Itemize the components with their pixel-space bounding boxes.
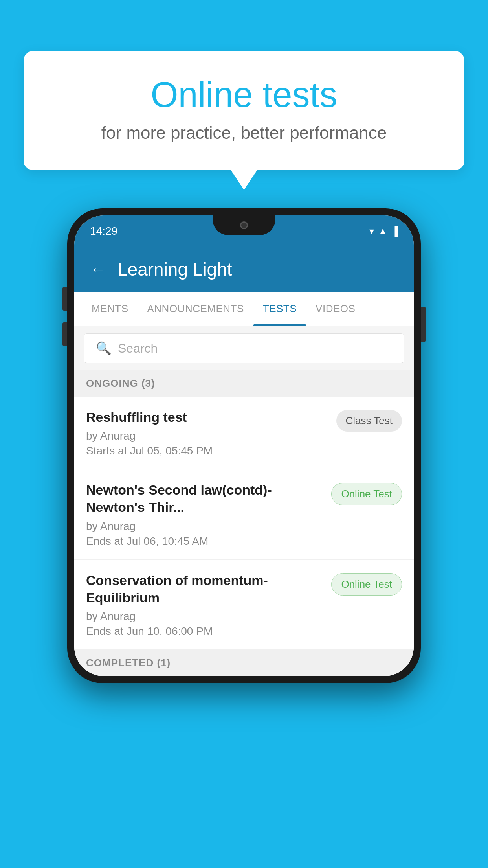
speech-bubble: Online tests for more practice, better p… <box>24 51 464 170</box>
test-badge-online-conservation: Online Test <box>331 573 402 596</box>
status-time: 14:29 <box>90 225 117 237</box>
phone-screen: 14:29 ▾ ▲ ▐ ← Learning Light MENTS <box>74 215 414 676</box>
test-item-left: Reshuffling test by Anurag Starts at Jul… <box>86 408 336 457</box>
phone-device: 14:29 ▾ ▲ ▐ ← Learning Light MENTS <box>67 208 421 683</box>
power-button <box>421 307 426 342</box>
tab-announcements[interactable]: ANNOUNCEMENTS <box>138 292 253 326</box>
speech-bubble-title: Online tests <box>55 75 433 115</box>
test-item-left-conservation: Conservation of momentum-Equilibrium by … <box>86 572 331 638</box>
app-header: ← Learning Light <box>74 247 414 292</box>
test-item-left-newton: Newton's Second law(contd)-Newton's Thir… <box>86 481 331 547</box>
ongoing-section-header: ONGOING (3) <box>74 370 414 397</box>
speech-bubble-subtitle: for more practice, better performance <box>55 123 433 143</box>
completed-label: COMPLETED (1) <box>86 657 171 669</box>
tab-videos[interactable]: VIDEOS <box>306 292 365 326</box>
test-badge-class: Class Test <box>336 410 402 432</box>
test-by-newton: by Anurag <box>86 520 323 533</box>
test-item-newton[interactable]: Newton's Second law(contd)-Newton's Thir… <box>74 469 414 559</box>
status-icons: ▾ ▲ ▐ <box>369 226 398 237</box>
camera <box>240 221 248 229</box>
test-item-reshuffling[interactable]: Reshuffling test by Anurag Starts at Jul… <box>74 397 414 469</box>
volume-up-button <box>62 287 67 311</box>
notch <box>213 215 275 235</box>
completed-section-header: COMPLETED (1) <box>74 650 414 676</box>
test-name-reshuffling: Reshuffling test <box>86 408 328 426</box>
app-title: Learning Light <box>117 259 232 280</box>
phone-wrapper: 14:29 ▾ ▲ ▐ ← Learning Light MENTS <box>67 208 421 683</box>
wifi-icon: ▾ <box>369 226 374 237</box>
test-time-newton: Ends at Jul 06, 10:45 AM <box>86 535 323 548</box>
test-time-conservation: Ends at Jun 10, 06:00 PM <box>86 625 323 638</box>
volume-down-button <box>62 322 67 346</box>
signal-icon: ▲ <box>378 226 387 237</box>
search-bar-wrapper: 🔍 Search <box>74 326 414 370</box>
test-item-conservation[interactable]: Conservation of momentum-Equilibrium by … <box>74 560 414 650</box>
tab-ments[interactable]: MENTS <box>82 292 138 326</box>
test-name-conservation: Conservation of momentum-Equilibrium <box>86 572 323 606</box>
test-list: Reshuffling test by Anurag Starts at Jul… <box>74 397 414 650</box>
battery-icon: ▐ <box>391 226 398 237</box>
search-bar[interactable]: 🔍 Search <box>84 333 404 363</box>
tab-tests[interactable]: TESTS <box>253 292 306 326</box>
test-by-reshuffling: by Anurag <box>86 430 328 442</box>
status-bar: 14:29 ▾ ▲ ▐ <box>74 215 414 247</box>
ongoing-label: ONGOING (3) <box>86 377 155 389</box>
test-name-newton: Newton's Second law(contd)-Newton's Thir… <box>86 481 323 516</box>
tab-bar: MENTS ANNOUNCEMENTS TESTS VIDEOS <box>74 292 414 326</box>
test-time-reshuffling: Starts at Jul 05, 05:45 PM <box>86 445 328 457</box>
search-input[interactable]: Search <box>118 341 158 356</box>
test-by-conservation: by Anurag <box>86 610 323 623</box>
search-icon: 🔍 <box>96 341 112 356</box>
back-button[interactable]: ← <box>90 261 106 277</box>
test-badge-online-newton: Online Test <box>331 483 402 505</box>
